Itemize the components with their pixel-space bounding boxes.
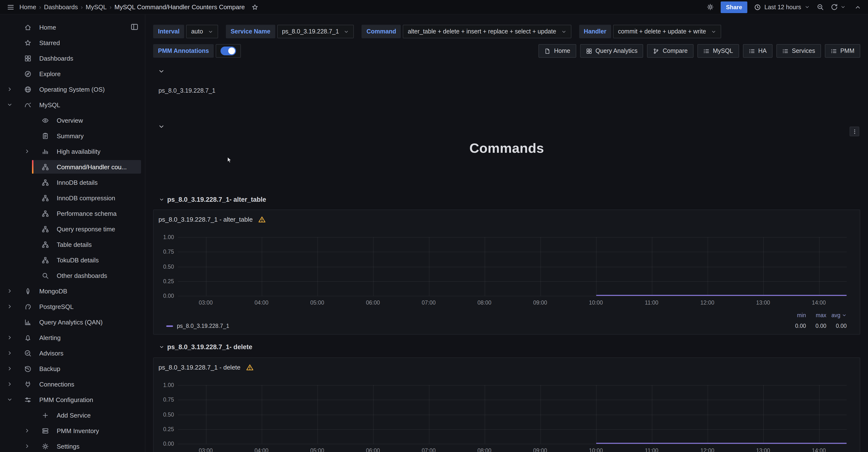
sidebar-item-home[interactable]: Home: [0, 20, 145, 35]
sitemap-icon: [42, 179, 49, 186]
sidebar-item-mongodb[interactable]: MongoDB: [0, 283, 145, 299]
sidebar-item-innodb-compression[interactable]: InnoDB compression: [0, 190, 145, 206]
filter-label: Service Name: [226, 25, 275, 38]
quick-link-pmm[interactable]: PMM: [825, 44, 860, 58]
sidebar-item-summary[interactable]: Summary: [0, 128, 145, 144]
expand-toggle[interactable]: [5, 348, 14, 358]
plot-area[interactable]: [178, 385, 847, 444]
expand-toggle[interactable]: [5, 286, 14, 296]
expand-toggle[interactable]: [5, 84, 14, 94]
expand-toggle[interactable]: [22, 426, 32, 435]
chevron-down-icon: [711, 29, 716, 34]
filter-value-dropdown[interactable]: alter_table + delete + insert + replace …: [403, 25, 571, 38]
star-icon[interactable]: [251, 4, 258, 10]
expand-toggle[interactable]: [22, 146, 32, 156]
quick-link-home[interactable]: Home: [538, 44, 576, 58]
sidebar-item-overview[interactable]: Overview: [0, 113, 145, 128]
legend-series[interactable]: ps_8.0_3.19.228.7_1: [166, 323, 229, 329]
breadcrumb-item-mysql[interactable]: MySQL: [86, 3, 107, 11]
time-range-picker[interactable]: Last 12 hours: [754, 4, 810, 10]
panel-header[interactable]: ps_8.0_3.19.228.7_1 - delete: [158, 364, 253, 371]
y-tick-label: 0.25: [163, 278, 174, 284]
filter-value-dropdown[interactable]: auto: [186, 25, 218, 38]
breadcrumb-item-mysql-command-handler-counters-compare[interactable]: MySQL Command/Handler Counters Compare: [114, 3, 245, 11]
gear-icon[interactable]: [707, 3, 714, 11]
commands-panel-title: Commands: [145, 141, 868, 156]
legend-stat-header-min[interactable]: min: [785, 312, 806, 318]
filter-label: Interval: [153, 25, 184, 38]
expand-toggle[interactable]: [5, 364, 14, 373]
expand-toggle[interactable]: [5, 395, 14, 404]
sidebar-item-other-dashboards[interactable]: Other dashboards: [0, 268, 145, 283]
sidebar-item-label: Starred: [39, 39, 60, 46]
legend-stat-header-max[interactable]: max: [806, 312, 826, 318]
plot-area[interactable]: [178, 237, 847, 296]
sidebar-item-query-analytics-qan[interactable]: Query Analytics (QAN): [0, 314, 145, 330]
pmm-annotations-toggle[interactable]: [216, 44, 241, 58]
menu-icon[interactable]: [7, 3, 14, 11]
sidebar-item-backup[interactable]: Backup: [0, 361, 145, 376]
quick-link-ha[interactable]: HA: [743, 44, 773, 58]
chevron-down-icon[interactable]: [158, 123, 165, 130]
expand-toggle[interactable]: [5, 302, 14, 311]
filter-value-dropdown[interactable]: ps_8.0_3.19.228.7_1: [277, 25, 354, 38]
warning-icon[interactable]: [258, 216, 266, 223]
filter-value-dropdown[interactable]: commit + delete + update + write: [613, 25, 721, 38]
y-axis: 1.000.750.500.250.00: [154, 385, 175, 444]
x-tick-label: 10:00: [589, 300, 603, 306]
sidebar-item-performance-schema[interactable]: Performance schema: [0, 206, 145, 221]
sidebar-item-label: Summary: [57, 132, 84, 139]
warning-icon[interactable]: [246, 364, 253, 371]
sidebar-item-postgresql[interactable]: PostgreSQL: [0, 299, 145, 314]
sidebar-item-add-service[interactable]: Add Service: [0, 407, 145, 423]
sidebar-item-alerting[interactable]: Alerting: [0, 330, 145, 345]
chevron-down-icon[interactable]: [840, 4, 846, 10]
chevron-down-icon[interactable]: [158, 68, 165, 75]
sidebar-item-pmm-configuration[interactable]: PMM Configuration: [0, 392, 145, 407]
gridline: [707, 385, 708, 444]
quick-link-label: MySQL: [713, 48, 733, 54]
expand-toggle[interactable]: [5, 333, 14, 342]
legend-stat-header-avg[interactable]: avg: [826, 312, 847, 318]
filter-value: ps_8.0_3.19.228.7_1: [282, 28, 339, 35]
chevron-down-icon: [842, 313, 847, 318]
breadcrumb-item-home[interactable]: Home: [20, 3, 36, 11]
branch-icon: [653, 48, 659, 54]
row-header-alter-table[interactable]: ps_8.0_3.19.228.7_1- alter_table: [159, 196, 266, 203]
sidebar-item-dashboards[interactable]: Dashboards: [0, 51, 145, 66]
sidebar-item-tokudb-details[interactable]: TokuDB details: [0, 252, 145, 268]
x-tick-label: 14:00: [812, 448, 826, 452]
sidebar-item-operating-system-os[interactable]: Operating System (OS): [0, 82, 145, 97]
quick-link-services[interactable]: Services: [776, 44, 821, 58]
sidebar-item-mysql[interactable]: MySQL: [0, 97, 145, 113]
sidebar-item-table-details[interactable]: Table details: [0, 237, 145, 252]
share-button[interactable]: Share: [721, 1, 748, 13]
panel-header[interactable]: ps_8.0_3.19.228.7_1 - alter_table: [158, 216, 266, 223]
expand-toggle[interactable]: [5, 379, 14, 389]
refresh-icon[interactable]: [831, 3, 838, 11]
sidebar-item-pmm-inventory[interactable]: PMM Inventory: [0, 423, 145, 439]
zoom-out-icon[interactable]: [817, 3, 824, 11]
expander-spacer: [5, 22, 14, 32]
breadcrumb-item-dashboards[interactable]: Dashboards: [44, 3, 78, 11]
quick-link-compare[interactable]: Compare: [647, 44, 693, 58]
sidebar-item-command-handler-cou[interactable]: Command/Handler cou...: [0, 159, 145, 175]
row-header-delete[interactable]: ps_8.0_3.19.228.7_1- delete: [159, 343, 252, 351]
panel-menu-button[interactable]: [849, 126, 859, 136]
sidebar-item-query-response-time[interactable]: Query response time: [0, 221, 145, 237]
expand-toggle[interactable]: [5, 100, 14, 110]
sidebar-item-connections[interactable]: Connections: [0, 376, 145, 392]
time-range-label: Last 12 hours: [765, 4, 801, 10]
sidebar-item-explore[interactable]: Explore: [0, 66, 145, 82]
sidebar-item-advisors[interactable]: Advisors: [0, 345, 145, 361]
sidebar-item-settings[interactable]: Settings: [0, 439, 145, 452]
toggle-switch[interactable]: [220, 47, 236, 55]
expand-toggle[interactable]: [22, 441, 32, 451]
sidebar-item-high-availability[interactable]: High availability: [0, 144, 145, 159]
sidebar-item-starred[interactable]: Starred: [0, 35, 145, 51]
sidebar-item-innodb-details[interactable]: InnoDB details: [0, 175, 145, 190]
dock-icon[interactable]: [130, 23, 138, 31]
chevron-up-icon[interactable]: [855, 4, 861, 10]
quick-link-query-analytics[interactable]: Query Analytics: [580, 44, 643, 58]
quick-link-mysql[interactable]: MySQL: [698, 44, 739, 58]
